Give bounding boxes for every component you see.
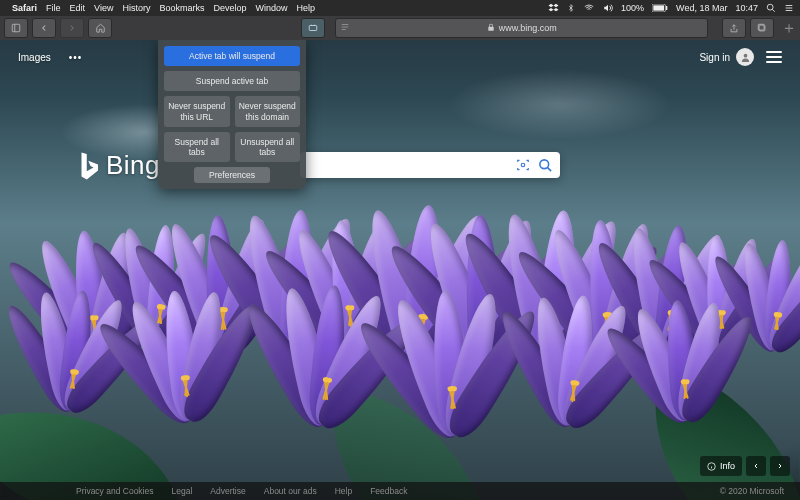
menu-edit[interactable]: Edit — [70, 3, 86, 13]
macos-menubar: Safari File Edit View History Bookmarks … — [0, 0, 800, 16]
menu-file[interactable]: File — [46, 3, 61, 13]
background-carousel: Info — [700, 456, 790, 476]
svg-rect-2 — [666, 6, 667, 10]
svg-point-9 — [521, 163, 525, 167]
suspender-extension-button[interactable] — [301, 18, 325, 38]
svg-point-10 — [539, 159, 548, 168]
footer-legal[interactable]: Legal — [171, 486, 192, 496]
footer-help[interactable]: Help — [335, 486, 352, 496]
menu-view[interactable]: View — [94, 3, 113, 13]
popup-suspend-active[interactable]: Suspend active tab — [164, 71, 300, 91]
bing-footer: Privacy and Cookies Legal Advertise Abou… — [0, 482, 800, 500]
reader-icon[interactable] — [340, 22, 350, 34]
info-label: Info — [720, 461, 735, 471]
info-button[interactable]: Info — [700, 456, 742, 476]
forward-button[interactable] — [60, 18, 84, 38]
bing-logo[interactable]: Bing — [78, 150, 160, 181]
footer-feedback[interactable]: Feedback — [370, 486, 407, 496]
menu-app-name[interactable]: Safari — [12, 3, 37, 13]
wifi-status-icon[interactable] — [583, 3, 595, 13]
prev-image-button[interactable] — [746, 456, 766, 476]
menu-history[interactable]: History — [122, 3, 150, 13]
menubar-time[interactable]: 10:47 — [735, 3, 758, 13]
bing-logo-icon — [78, 151, 100, 181]
footer-privacy[interactable]: Privacy and Cookies — [76, 486, 153, 496]
popup-never-suspend-domain[interactable]: Never suspend this domain — [235, 96, 301, 126]
nav-images[interactable]: Images — [18, 52, 51, 63]
menu-window[interactable]: Window — [255, 3, 287, 13]
bing-logo-text: Bing — [106, 150, 160, 181]
popup-suspend-all[interactable]: Suspend all tabs — [164, 132, 230, 162]
bluetooth-status-icon[interactable] — [567, 3, 575, 13]
back-button[interactable] — [32, 18, 56, 38]
control-center-icon[interactable] — [784, 3, 794, 13]
search-input[interactable] — [300, 159, 512, 171]
menu-develop[interactable]: Develop — [213, 3, 246, 13]
address-url: www.bing.com — [499, 23, 557, 33]
footer-advertise[interactable]: Advertise — [210, 486, 245, 496]
search-icon[interactable] — [534, 158, 556, 173]
svg-point-8 — [743, 53, 747, 57]
dropbox-status-icon[interactable] — [548, 3, 559, 13]
nav-more[interactable]: ••• — [69, 52, 83, 63]
lock-icon — [487, 23, 495, 34]
battery-status-icon[interactable] — [652, 4, 668, 12]
sign-in-button[interactable]: Sign in — [699, 48, 754, 66]
suspender-extension-popup: Active tab will suspend Suspend active t… — [158, 40, 306, 189]
safari-toolbar: www.bing.com ＋ — [0, 16, 800, 41]
share-button[interactable] — [722, 18, 746, 38]
menubar-date[interactable]: Wed, 18 Mar — [676, 3, 727, 13]
footer-about-ads[interactable]: About our ads — [264, 486, 317, 496]
menu-help[interactable]: Help — [296, 3, 315, 13]
search-box[interactable] — [300, 152, 560, 178]
avatar-icon — [736, 48, 754, 66]
volume-status-icon[interactable] — [603, 3, 613, 13]
address-bar[interactable]: www.bing.com — [335, 18, 708, 38]
sign-in-label: Sign in — [699, 52, 730, 63]
bing-top-nav: Images ••• Sign in — [0, 46, 800, 68]
spotlight-icon[interactable] — [766, 3, 776, 13]
svg-rect-5 — [310, 26, 318, 31]
visual-search-icon[interactable] — [512, 158, 534, 172]
new-tab-button[interactable]: ＋ — [778, 19, 800, 37]
popup-preferences[interactable]: Preferences — [194, 167, 270, 183]
sidebar-button[interactable] — [4, 18, 28, 38]
hamburger-menu-icon[interactable] — [766, 51, 782, 63]
svg-rect-4 — [12, 24, 20, 32]
volume-percent: 100% — [621, 3, 644, 13]
svg-rect-1 — [653, 5, 664, 10]
footer-copyright: © 2020 Microsoft — [720, 486, 784, 496]
home-button[interactable] — [88, 18, 112, 38]
tabs-button[interactable] — [750, 18, 774, 38]
popup-status[interactable]: Active tab will suspend — [164, 46, 300, 66]
next-image-button[interactable] — [770, 456, 790, 476]
page-content: Images ••• Sign in Bing Active tab will … — [0, 40, 800, 500]
popup-never-suspend-url[interactable]: Never suspend this URL — [164, 96, 230, 126]
popup-unsuspend-all[interactable]: Unsuspend all tabs — [235, 132, 301, 162]
svg-point-3 — [767, 4, 773, 10]
menu-bookmarks[interactable]: Bookmarks — [159, 3, 204, 13]
